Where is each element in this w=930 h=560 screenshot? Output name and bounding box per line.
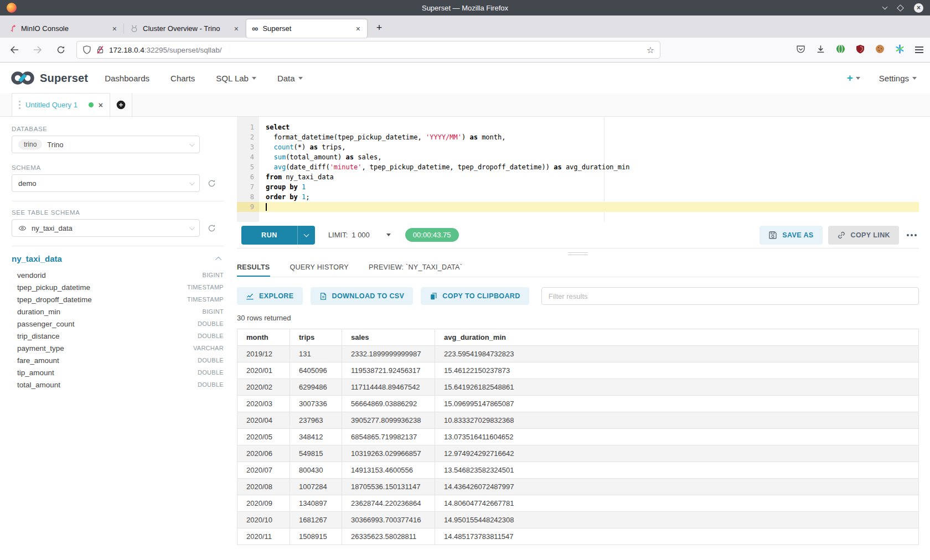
ublock-shield-icon[interactable] <box>856 44 865 56</box>
collapse-chevron-icon[interactable] <box>215 256 221 262</box>
window-title: Superset — Mozilla Firefox <box>0 4 930 12</box>
column-type: DOUBLE <box>198 333 224 339</box>
downloads-icon[interactable] <box>816 44 825 56</box>
copy-link-button[interactable]: COPY LINK <box>828 226 899 245</box>
new-tab-button[interactable]: + <box>371 19 388 36</box>
browser-tab[interactable]: ∞Superset× <box>246 19 367 38</box>
table-select[interactable]: ny_taxi_data <box>12 219 200 237</box>
tab-close-icon[interactable]: × <box>111 24 118 33</box>
explore-button[interactable]: EXPLORE <box>237 287 303 305</box>
menu-hamburger-icon[interactable] <box>915 46 923 53</box>
run-options-caret[interactable] <box>297 226 315 245</box>
table-cell: 56664869.03886292 <box>342 396 435 412</box>
cookie-icon[interactable] <box>875 44 885 56</box>
editor-code-area[interactable]: select format_datetime(tpep_pickup_datet… <box>259 117 919 222</box>
table-row: 2020/09134089723628744.22023686414.80604… <box>237 495 919 512</box>
column-name: tpep_pickup_datetime <box>17 283 90 292</box>
table-row: 2020/08100728418705536.15013114714.43642… <box>237 479 919 495</box>
query-tab-close-icon[interactable]: × <box>99 101 103 110</box>
table-cell: 2020/07 <box>237 462 290 479</box>
code-line[interactable]: group by 1 <box>259 182 919 192</box>
column-type: DOUBLE <box>198 320 224 327</box>
table-cell: 15.096995147865087 <box>435 396 919 412</box>
filter-results-input[interactable] <box>541 287 919 305</box>
forward-button[interactable] <box>30 42 45 58</box>
new-query-tab-button[interactable] <box>110 93 132 116</box>
code-line[interactable]: count(*) as trips, <box>259 142 919 152</box>
code-line[interactable]: order by 1; <box>259 192 919 202</box>
refresh-table-icon[interactable] <box>208 224 216 232</box>
table-cell: 14.485173783811547 <box>435 528 919 545</box>
column-header-sales[interactable]: sales <box>342 329 435 346</box>
schema-column-row: total_amountDOUBLE <box>12 378 224 391</box>
code-line[interactable]: select <box>259 122 919 132</box>
sql-editor[interactable]: 123456789 select format_datetime(tpep_pi… <box>237 117 919 222</box>
chevron-down-icon <box>189 225 195 230</box>
query-tab-title[interactable]: Untitled Query 1 <box>25 101 84 109</box>
results-tab-query-history[interactable]: QUERY HISTORY <box>290 258 349 277</box>
extension-asterisk-icon[interactable] <box>895 44 905 56</box>
query-tab[interactable]: Untitled Query 1 × <box>12 93 110 116</box>
nav-item-charts[interactable]: Charts <box>170 74 195 83</box>
pocket-icon[interactable] <box>796 44 805 56</box>
back-button[interactable] <box>7 42 22 58</box>
column-header-trips[interactable]: trips <box>290 329 342 346</box>
schema-column-row: trip_distanceDOUBLE <box>12 330 224 342</box>
extension-green-icon[interactable] <box>836 44 845 56</box>
refresh-schema-icon[interactable] <box>208 179 216 188</box>
settings-menu[interactable]: Settings <box>879 74 917 83</box>
pane-resize-handle[interactable] <box>237 248 919 258</box>
more-options-button[interactable] <box>905 234 919 236</box>
browser-tab-title: Superset <box>262 24 350 33</box>
nav-item-dashboards[interactable]: Dashboards <box>105 74 149 83</box>
insecure-lock-icon[interactable] <box>96 45 105 54</box>
browser-tab[interactable]: MinIO Console× <box>3 19 123 38</box>
table-cell: 2020/04 <box>237 412 290 429</box>
copy-to-clipboard-button[interactable]: COPY TO CLIPBOARD <box>421 287 529 305</box>
shield-permissions-icon[interactable] <box>82 45 91 54</box>
nav-item-sql-lab[interactable]: SQL Lab <box>216 74 256 83</box>
table-cell: 1340897 <box>290 495 342 512</box>
column-header-avg_duration_min[interactable]: avg_duration_min <box>435 329 919 346</box>
column-header-month[interactable]: month <box>237 329 290 346</box>
superset-infinity-icon: ∞ <box>252 24 258 33</box>
code-line[interactable]: avg(date_diff('minute', tpep_pickup_date… <box>259 162 919 172</box>
superset-logo[interactable]: Superset <box>10 70 88 86</box>
reload-button[interactable] <box>53 42 69 58</box>
code-line[interactable]: from ny_taxi_data <box>259 172 919 182</box>
window-maximize-icon[interactable] <box>897 4 904 12</box>
new-item-button[interactable]: + <box>847 72 860 84</box>
results-tab-preview[interactable]: PREVIEW: `NY_TAXI_DATA` <box>369 258 462 277</box>
url-bar[interactable]: 172.18.0.4:32295/superset/sqllab/ ☆ <box>76 41 660 59</box>
file-icon <box>319 292 327 300</box>
code-line[interactable] <box>259 202 919 212</box>
table-cell: 13.546823582324501 <box>435 462 919 479</box>
table-panel-title[interactable]: ny_taxi_data <box>12 254 62 263</box>
column-name: fare_amount <box>17 356 59 365</box>
rows-returned-text: 30 rows returned <box>237 314 919 322</box>
schema-column-row: vendoridBIGINT <box>12 269 224 281</box>
window-close-icon[interactable]: × <box>914 3 923 13</box>
save-as-button[interactable]: SAVE AS <box>760 226 822 245</box>
url-text[interactable]: 172.18.0.4:32295/superset/sqllab/ <box>109 46 642 54</box>
browser-tabbar: MinIO Console×Cluster Overview - Trino×∞… <box>0 15 930 38</box>
nav-item-data[interactable]: Data <box>277 74 303 83</box>
tab-close-icon[interactable]: × <box>233 24 240 33</box>
table-cell: 348412 <box>290 429 342 445</box>
database-badge: trino <box>18 139 42 149</box>
database-select[interactable]: trino Trino <box>12 136 200 153</box>
code-line[interactable]: sum(total_amount) as sales, <box>259 152 919 162</box>
schema-select[interactable]: demo <box>12 174 200 192</box>
code-line[interactable]: format_datetime(tpep_pickup_datetime, 'Y… <box>259 132 919 142</box>
superset-navbar: Superset DashboardsChartsSQL LabData + S… <box>0 63 930 94</box>
bookmark-star-icon[interactable]: ☆ <box>647 45 654 55</box>
results-tab-results[interactable]: RESULTS <box>237 258 270 277</box>
tab-close-icon[interactable]: × <box>355 24 361 33</box>
run-button[interactable]: RUN <box>241 226 297 245</box>
limit-dropdown[interactable]: LIMIT: 1 000 <box>328 231 391 239</box>
download-to-csv-button[interactable]: DOWNLOAD TO CSV <box>311 287 414 305</box>
table-cell: 14.950155448242308 <box>435 512 919 528</box>
drag-handle-icon[interactable] <box>19 101 20 109</box>
window-minimize-icon[interactable] <box>882 4 888 10</box>
browser-tab[interactable]: Cluster Overview - Trino× <box>125 19 245 38</box>
